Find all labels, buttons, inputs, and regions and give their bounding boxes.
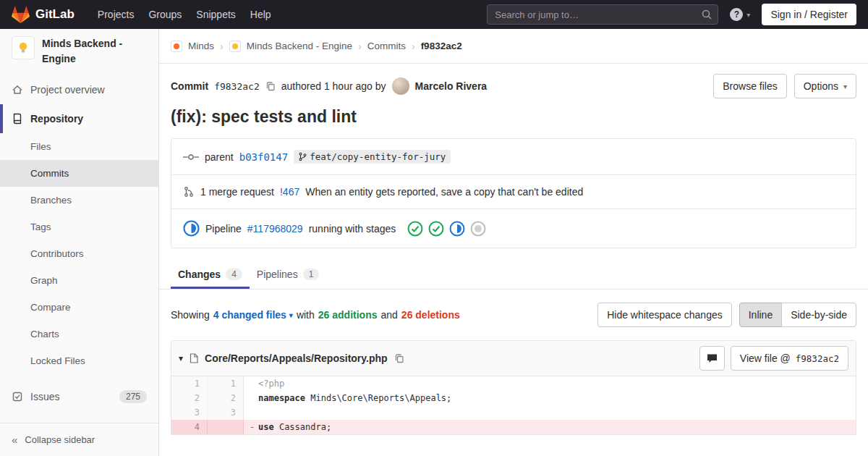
sidebar-item-tags[interactable]: Tags xyxy=(0,214,158,240)
old-line-number[interactable]: 2 xyxy=(171,391,208,405)
tab-changes-label: Changes xyxy=(178,269,221,280)
sidebar-item-contributors[interactable]: Contributors xyxy=(0,240,158,267)
and-label: and xyxy=(380,309,397,321)
diffstat-controls: Hide whitespace changes Inline Side-by-s… xyxy=(597,303,856,327)
old-line-number[interactable]: 4 xyxy=(171,420,208,434)
author-avatar[interactable] xyxy=(392,77,409,95)
changed-files-dropdown[interactable]: 4 changed files ▾ xyxy=(213,309,293,321)
file-icon xyxy=(190,353,198,363)
tab-changes[interactable]: Changes 4 xyxy=(171,260,250,289)
pipeline-stages xyxy=(407,221,486,237)
commit-label: Commit xyxy=(171,80,208,92)
breadcrumb: Minds › Minds Backend - Engine › Commits… xyxy=(159,29,868,64)
sidebar-nav: Project overview Repository Files Commit… xyxy=(0,75,158,412)
new-line-number[interactable] xyxy=(208,420,244,434)
old-line-number[interactable]: 1 xyxy=(171,376,208,391)
tab-changes-count: 4 xyxy=(226,269,242,280)
view-file-sha: f9832ac2 xyxy=(796,353,839,364)
breadcrumb-group[interactable]: Minds xyxy=(188,41,214,51)
view-file-button[interactable]: View file @ f9832ac2 xyxy=(731,346,848,371)
new-line-number[interactable]: 3 xyxy=(208,405,244,420)
author-name[interactable]: Marcelo Rivera xyxy=(415,80,488,92)
collapse-file-caret[interactable]: ▾ xyxy=(179,353,183,363)
code-content: -use Cassandra; xyxy=(244,420,856,434)
double-chevron-left-icon: « xyxy=(12,434,17,446)
project-crumb-avatar-icon xyxy=(232,43,238,49)
sidebar-item-repository[interactable]: Repository xyxy=(0,104,158,133)
chevron-down-icon: ▾ xyxy=(746,11,750,19)
stage-success-icon[interactable] xyxy=(407,221,423,237)
tab-pipelines[interactable]: Pipelines 1 xyxy=(250,260,327,289)
new-line-number[interactable]: 1 xyxy=(208,376,244,391)
tab-pipelines-count: 1 xyxy=(303,269,320,280)
help-dropdown[interactable]: ? ▾ xyxy=(730,8,750,21)
view-file-label: View file @ xyxy=(740,352,791,364)
sidebar-item-project-overview[interactable]: Project overview xyxy=(0,75,158,104)
primary-nav: Projects Groups Snippets Help xyxy=(90,2,278,27)
sidebar-item-graph[interactable]: Graph xyxy=(0,267,158,294)
diff-line: 3 3 xyxy=(171,405,856,420)
tab-pipelines-label: Pipelines xyxy=(257,269,298,280)
comment-on-file-button[interactable] xyxy=(699,346,725,371)
pipeline-id-link[interactable]: #117968029 xyxy=(247,223,303,235)
search-input[interactable] xyxy=(487,4,718,25)
new-line-number[interactable]: 2 xyxy=(208,391,244,405)
sidebar-item-locked-files[interactable]: Locked Files xyxy=(0,347,158,374)
code-text: Minds\Core\Reports\Appeals; xyxy=(305,393,451,403)
mr-count-text: 1 merge request xyxy=(200,186,274,198)
brand-name: GitLab xyxy=(35,7,75,22)
code-text: Cassandra; xyxy=(274,422,331,432)
inline-view-button[interactable]: Inline xyxy=(739,303,782,327)
stage-success-icon[interactable] xyxy=(428,221,444,237)
mr-title: When an entity gets reported, save a cop… xyxy=(305,186,583,198)
branch-ref-label: feat/copy-entity-for-jury xyxy=(310,151,446,162)
mr-ref-link[interactable]: !467 xyxy=(280,186,299,198)
commit-header: Commit f9832ac2 authored 1 hour ago by M… xyxy=(159,64,868,103)
navbar-right: ? ▾ Sign in / Register xyxy=(487,4,856,25)
branch-icon xyxy=(299,152,307,161)
sidebar-item-charts[interactable]: Charts xyxy=(0,321,158,347)
merge-request-icon xyxy=(183,186,195,198)
commit-info-box: parent b03f0147 feat/copy-entity-for-jur… xyxy=(171,138,856,248)
parent-sha-link[interactable]: b03f0147 xyxy=(239,151,288,163)
sidebar-item-files[interactable]: Files xyxy=(0,133,158,160)
search-icon xyxy=(701,9,712,22)
options-button[interactable]: Options ▾ xyxy=(794,74,856,98)
gitlab-logo[interactable]: GitLab xyxy=(12,7,75,23)
stage-created-icon[interactable] xyxy=(470,221,486,237)
breadcrumb-project[interactable]: Minds Backend - Engine xyxy=(247,41,352,51)
side-by-side-view-button[interactable]: Side-by-side xyxy=(781,303,856,327)
file-path-link[interactable]: Core/Reports/Appeals/Repository.php xyxy=(205,352,388,364)
sidebar-item-compare[interactable]: Compare xyxy=(0,294,158,321)
home-icon xyxy=(12,84,23,96)
breadcrumb-commits[interactable]: Commits xyxy=(367,41,406,51)
copy-path-button[interactable] xyxy=(394,353,404,363)
project-context[interactable]: Minds Backend - Engine xyxy=(0,29,158,74)
stage-running-icon[interactable] xyxy=(449,221,465,237)
diff-table: 1 1 <?php 2 2 namespace Minds\Core\Repor… xyxy=(171,376,856,434)
browse-files-button[interactable]: Browse files xyxy=(713,74,786,98)
sidebar-item-issues[interactable]: Issues 275 xyxy=(0,381,158,412)
group-avatar-icon xyxy=(174,43,179,49)
sidebar-item-commits[interactable]: Commits xyxy=(0,160,158,187)
code-keyword: namespace xyxy=(258,393,305,403)
issues-icon xyxy=(12,391,23,402)
hide-whitespace-button[interactable]: Hide whitespace changes xyxy=(597,303,732,327)
branch-ref-chip[interactable]: feat/copy-entity-for-jury xyxy=(294,150,451,164)
sidebar-item-label: Project overview xyxy=(30,84,105,96)
nav-snippets[interactable]: Snippets xyxy=(189,2,242,27)
view-mode-toggle: Inline Side-by-side xyxy=(739,303,856,327)
signin-button[interactable]: Sign in / Register xyxy=(762,4,856,25)
navbar-left: GitLab Projects Groups Snippets Help xyxy=(12,2,278,27)
commit-tabs: Changes 4 Pipelines 1 xyxy=(159,260,868,290)
nav-groups[interactable]: Groups xyxy=(141,2,189,27)
nav-projects[interactable]: Projects xyxy=(90,2,142,27)
copy-sha-button[interactable] xyxy=(265,81,276,91)
nav-help[interactable]: Help xyxy=(243,2,278,27)
changed-files-label: 4 changed files xyxy=(213,309,286,321)
old-line-number[interactable]: 3 xyxy=(171,405,208,420)
chevron-down-icon: ▾ xyxy=(289,311,293,319)
tanuki-icon xyxy=(12,7,30,23)
collapse-sidebar-button[interactable]: « Collapse sidebar xyxy=(0,423,158,456)
sidebar-item-branches[interactable]: Branches xyxy=(0,187,158,214)
